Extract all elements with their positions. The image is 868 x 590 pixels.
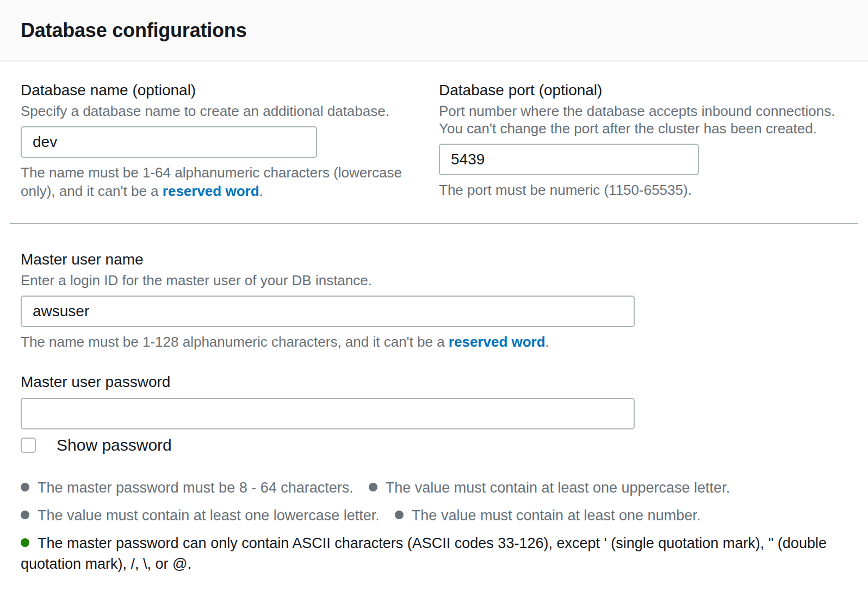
database-port-description: Port number where the database accepts i… bbox=[439, 102, 841, 137]
database-name-description: Specify a database name to create an add… bbox=[21, 102, 439, 120]
rule-item: The value must contain at least one lowe… bbox=[21, 505, 380, 526]
show-password-checkbox[interactable] bbox=[21, 438, 36, 453]
master-user-name-hint-period: . bbox=[545, 334, 549, 350]
panel-header: Database configurations bbox=[0, 0, 868, 62]
section-divider bbox=[10, 223, 858, 224]
database-configurations-panel: Database name (optional) Specify a datab… bbox=[0, 62, 868, 574]
rule-bullet-icon bbox=[21, 511, 29, 519]
rule-item: The value must contain at least one uppe… bbox=[369, 477, 730, 498]
master-user-password-field: Master user password Show password bbox=[21, 373, 847, 454]
master-user-name-field: Master user name Enter a login ID for th… bbox=[21, 250, 847, 351]
database-name-input[interactable] bbox=[21, 126, 317, 158]
rule-bullet-icon bbox=[369, 483, 377, 491]
rule-item: The master password must be 8 - 64 chara… bbox=[21, 477, 354, 498]
rule-item: The value must contain at least one numb… bbox=[395, 505, 700, 526]
page-title: Database configurations bbox=[21, 19, 246, 42]
rule-text: The value must contain at least one uppe… bbox=[386, 480, 730, 496]
master-user-name-input[interactable] bbox=[21, 296, 635, 327]
show-password-row: Show password bbox=[21, 436, 847, 454]
database-name-label: Database name (optional) bbox=[21, 81, 439, 100]
database-port-label: Database port (optional) bbox=[439, 81, 847, 100]
reserved-word-link[interactable]: reserved word bbox=[163, 183, 259, 199]
master-user-name-label: Master user name bbox=[21, 250, 847, 269]
name-port-row: Database name (optional) Specify a datab… bbox=[21, 81, 847, 200]
rule-bullet-icon bbox=[395, 511, 404, 519]
reserved-word-link[interactable]: reserved word bbox=[449, 334, 545, 350]
rule-text: The value must contain at least one lowe… bbox=[38, 507, 380, 524]
rule-text: The master password must be 8 - 64 chara… bbox=[38, 480, 354, 496]
rule-bullet-icon bbox=[21, 483, 29, 491]
master-user-password-label: Master user password bbox=[21, 373, 847, 391]
database-name-field: Database name (optional) Specify a datab… bbox=[21, 81, 439, 200]
master-user-name-description: Enter a login ID for the master user of … bbox=[21, 272, 847, 289]
database-port-field: Database port (optional) Port number whe… bbox=[439, 81, 847, 200]
master-user-name-hint: The name must be 1-128 alphanumeric char… bbox=[21, 333, 847, 351]
database-name-hint: The name must be 1-64 alphanumeric chara… bbox=[21, 163, 418, 200]
database-port-hint: The port must be numeric (1150-65535). bbox=[439, 181, 836, 199]
password-rules-list: The master password must be 8 - 64 chara… bbox=[21, 477, 847, 574]
database-port-input[interactable] bbox=[439, 144, 699, 175]
master-user-name-hint-text: The name must be 1-128 alphanumeric char… bbox=[21, 334, 449, 350]
show-password-label[interactable]: Show password bbox=[57, 436, 172, 454]
rule-item-satisfied: The master password can only contain ASC… bbox=[21, 533, 847, 574]
rule-text: The value must contain at least one numb… bbox=[412, 507, 700, 524]
database-name-hint-period: . bbox=[259, 183, 263, 199]
rule-bullet-green-icon bbox=[21, 538, 29, 547]
rule-text: The master password can only contain ASC… bbox=[21, 535, 827, 572]
master-user-password-input[interactable] bbox=[21, 398, 635, 429]
